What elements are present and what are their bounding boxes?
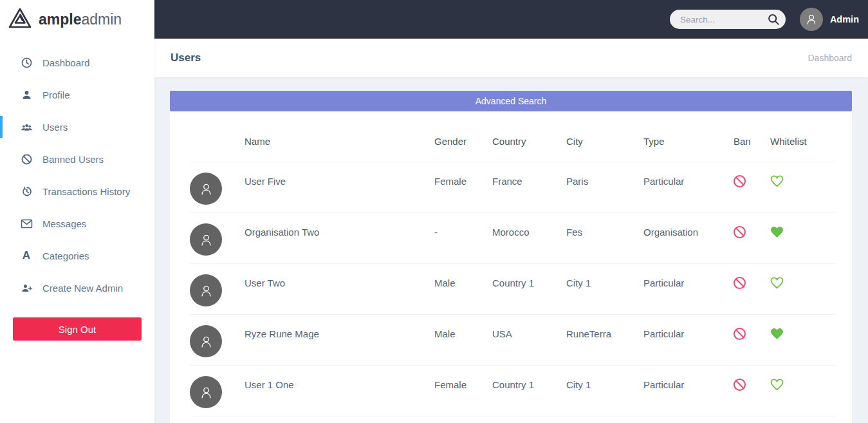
people-icon [20,120,33,133]
brand-name: ampleadmin [39,11,122,28]
column-header-type: Type [643,136,734,162]
topbar-search [670,10,786,29]
sidebar-item-label: Dashboard [42,57,89,68]
avatar [800,8,823,31]
ban-icon[interactable] [734,226,746,238]
clock-icon [20,56,33,69]
cell-city: RuneTerra [566,315,643,365]
cell-country: Country 1 [492,366,566,416]
person-add-icon [20,281,33,294]
cell-name: User Five [245,162,434,212]
cell-type: Particular [643,366,734,416]
cell-gender: Male [434,315,492,365]
ban-icon[interactable] [734,379,746,391]
letter-a-icon: A [20,249,33,262]
sidebar-item-label: Banned Users [42,154,104,165]
cell-country: France [492,162,566,212]
cell-city: City 1 [566,366,643,416]
sidebar-item-profile[interactable]: Profile [0,79,154,111]
breadcrumb[interactable]: Dashboard [808,53,853,63]
column-header-avatar [190,147,245,162]
user-avatar-icon [190,223,222,256]
user-name: Admin [830,14,859,24]
history-icon [20,185,33,198]
person-icon [20,88,33,101]
sidebar-item-label: Categories [42,250,89,261]
sidebar: ampleadmin Dashboard Profile Users Banne… [0,0,154,423]
page-title: Users [171,52,201,64]
cell-country: Country 1 [492,264,566,314]
column-header-whitelist: Whitelist [770,136,835,162]
table-row: User Two Male Country 1 City 1 Particula… [190,264,835,315]
cell-name: Ryze Rune Mage [245,315,434,365]
table-header-row: Name Gender Country City Type Ban Whitel… [190,111,835,162]
table-row: User 1 One Female Country 1 City 1 Parti… [190,366,835,417]
column-header-ban: Ban [734,136,770,162]
cell-city: Fes [566,213,643,263]
sidebar-item-label: Profile [42,89,70,100]
sidebar-item-dashboard[interactable]: Dashboard [0,46,154,79]
column-header-gender: Gender [434,136,492,162]
user-avatar-icon [190,173,222,205]
cell-gender: Female [434,162,492,212]
ban-icon[interactable] [734,328,746,340]
user-avatar-icon [190,274,222,306]
column-header-name: Name [245,136,434,162]
brand-triangle-icon [8,7,32,32]
sign-out-button[interactable]: Sign Out [13,317,142,341]
heart-icon[interactable] [770,226,784,241]
cell-gender: Male [434,264,492,314]
search-icon[interactable] [767,13,780,26]
sidebar-item-label: Create New Admin [42,283,123,294]
sidebar-item-banned-users[interactable]: Banned Users [0,143,154,175]
cell-gender: - [434,213,492,263]
topbar: Admin [154,0,868,39]
user-avatar-icon [190,376,222,408]
sidebar-item-label: Transactions History [42,186,130,197]
advanced-search-button[interactable]: Advanced Search [170,91,852,111]
ban-icon[interactable] [734,277,746,289]
cell-city: City 1 [566,264,643,314]
sidebar-item-users[interactable]: Users [0,111,154,143]
cell-name: User Two [245,264,434,314]
cell-gender: Female [434,366,492,416]
cell-city: Paris [566,162,643,212]
ban-icon [20,153,33,165]
sidebar-item-categories[interactable]: A Categories [0,240,154,272]
ban-icon[interactable] [734,175,746,187]
table-row: Organisation Two - Morocco Fes Organisat… [190,213,835,264]
table-row: User Five Female France Paris Particular [190,162,835,213]
cell-type: Particular [643,162,734,212]
cell-type: Organisation [643,213,734,263]
users-table-card: Name Gender Country City Type Ban Whitel… [170,111,852,423]
cell-type: Particular [643,264,734,314]
cell-name: Organisation Two [245,213,434,263]
sidebar-item-create-new-admin[interactable]: Create New Admin [0,272,154,304]
user-menu[interactable]: Admin [800,8,859,31]
heart-icon[interactable] [770,379,784,393]
sidebar-nav: Dashboard Profile Users Banned Users Tra… [0,39,154,304]
envelope-icon [20,217,33,230]
sidebar-item-transactions-history[interactable]: Transactions History [0,175,154,207]
column-header-city: City [566,136,643,162]
main-content: Advanced Search Name Gender Country City… [154,77,868,423]
user-avatar-icon [190,325,222,357]
sidebar-item-label: Messages [42,218,86,229]
heart-icon[interactable] [770,277,784,292]
sidebar-item-label: Users [42,122,68,133]
cell-country: Morocco [492,213,566,263]
cell-type: Particular [643,315,734,365]
cell-name: User 1 One [245,366,434,416]
column-header-country: Country [492,136,566,162]
heart-icon[interactable] [770,328,784,343]
heart-icon[interactable] [770,175,784,190]
cell-country: USA [492,315,566,365]
brand-logo[interactable]: ampleadmin [0,0,154,39]
page-header: Users Dashboard [154,39,868,77]
table-row: Ryze Rune Mage Male USA RuneTerra Partic… [190,315,835,366]
sidebar-item-messages[interactable]: Messages [0,207,154,240]
